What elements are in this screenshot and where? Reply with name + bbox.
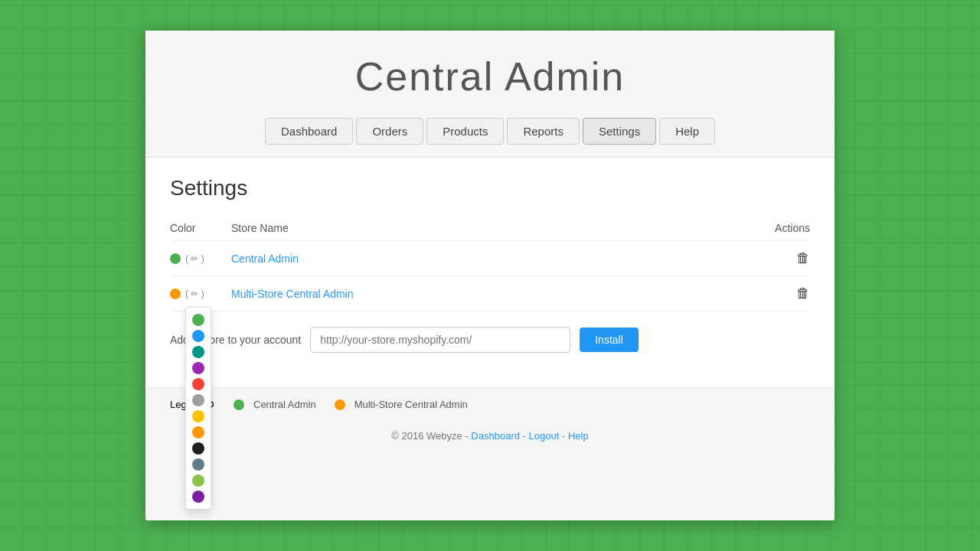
store-link-2[interactable]: Multi-Store Central Admin xyxy=(231,288,749,300)
footer-link-logout[interactable]: Logout xyxy=(529,430,560,442)
footer-sep-2: - xyxy=(562,430,568,442)
main-container: Central Admin Dashboard Orders Products … xyxy=(145,31,835,520)
settings-content: Settings Color Store Name Actions ( ✏ ) … xyxy=(145,157,835,386)
color-option-deeppurple[interactable] xyxy=(192,491,204,503)
color-edit-group-2: ( ✏ ) xyxy=(170,289,231,299)
color-option-green[interactable] xyxy=(192,314,204,326)
delete-btn-1[interactable]: 🗑 xyxy=(749,250,810,266)
footer-link-dashboard[interactable]: Dashboard xyxy=(471,430,520,442)
nav-bar: Dashboard Orders Products Reports Settin… xyxy=(161,118,819,145)
legend-label-1: Central Admin xyxy=(253,399,316,410)
delete-btn-2[interactable]: 🗑 xyxy=(749,285,810,302)
nav-settings[interactable]: Settings xyxy=(583,118,656,145)
nav-products[interactable]: Products xyxy=(426,118,504,145)
color-dot-2 xyxy=(170,289,181,299)
nav-orders[interactable]: Orders xyxy=(356,118,423,145)
footer-area: Legend ⚙ Central Admin Multi-Store Centr… xyxy=(145,386,835,461)
color-option-orange[interactable] xyxy=(192,426,204,439)
legend-dot-2 xyxy=(335,399,345,410)
store-link-1[interactable]: Central Admin xyxy=(231,253,749,265)
color-option-blue[interactable] xyxy=(192,330,204,342)
install-button[interactable]: Install xyxy=(580,328,639,352)
color-edit-btn-2[interactable]: ( ✏ ) xyxy=(185,289,204,299)
color-edit-group-1: ( ✏ ) xyxy=(170,253,231,264)
store-row-2: ( ✏ ) Multi-Store Central Admin 🗑 xyxy=(170,276,810,311)
color-option-lightgreen[interactable] xyxy=(192,474,204,487)
table-header: Color Store Name Actions xyxy=(170,216,810,241)
header: Central Admin Dashboard Orders Products … xyxy=(145,31,835,145)
color-dot-1 xyxy=(170,253,181,264)
footer-sep-1: - xyxy=(523,430,529,442)
store-row-1: ( ✏ ) Central Admin 🗑 xyxy=(170,241,810,276)
legend-item-1: Central Admin xyxy=(234,399,316,410)
copyright: © 2016 Webyze - xyxy=(391,430,471,442)
nav-help[interactable]: Help xyxy=(659,118,715,145)
color-picker-dropdown xyxy=(185,307,211,510)
legend-area: Legend ⚙ Central Admin Multi-Store Centr… xyxy=(170,399,810,410)
color-option-purple[interactable] xyxy=(192,362,204,374)
footer-text: © 2016 Webyze - Dashboard - Logout - Hel… xyxy=(170,422,810,449)
add-store-row: Add a store to your account Install xyxy=(170,311,810,368)
color-option-dark[interactable] xyxy=(192,442,204,455)
color-option-bluegray[interactable] xyxy=(192,458,204,471)
legend-dot-1 xyxy=(234,399,244,410)
nav-dashboard[interactable]: Dashboard xyxy=(265,118,353,145)
header-actions: Actions xyxy=(749,222,810,234)
color-option-teal[interactable] xyxy=(192,346,204,358)
app-title: Central Admin xyxy=(161,54,819,99)
legend-item-2: Multi-Store Central Admin xyxy=(335,399,468,410)
legend-label-2: Multi-Store Central Admin xyxy=(354,399,468,410)
header-store-name: Store Name xyxy=(231,222,749,234)
settings-title: Settings xyxy=(170,176,810,201)
color-option-amber[interactable] xyxy=(192,410,204,422)
nav-reports[interactable]: Reports xyxy=(507,118,580,145)
color-option-red[interactable] xyxy=(192,378,204,390)
header-color: Color xyxy=(170,222,231,234)
footer-link-help[interactable]: Help xyxy=(568,430,589,442)
color-edit-btn-1[interactable]: ( ✏ ) xyxy=(185,253,204,264)
color-option-gray[interactable] xyxy=(192,394,204,406)
store-url-input[interactable] xyxy=(310,327,570,353)
